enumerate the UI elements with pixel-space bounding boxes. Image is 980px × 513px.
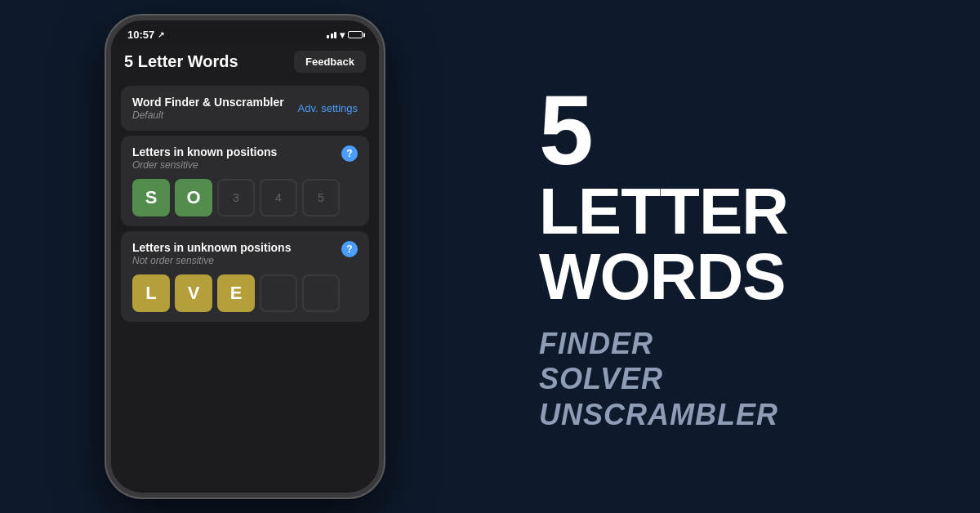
tile-l[interactable]: L: [132, 274, 170, 312]
phone-frame: 10:57 ↗ ▾ 5 Letter Words Feedback: [106, 16, 384, 497]
phone-notch: [192, 20, 298, 40]
known-positions-subtitle: Order sensitive: [132, 159, 277, 171]
status-icons: ▾: [327, 29, 363, 41]
known-positions-header: Letters in known positions Order sensiti…: [132, 145, 358, 171]
signal-icon: [327, 32, 336, 38]
nav-title: 5 Letter Words: [124, 52, 238, 71]
tile-empty-2[interactable]: [302, 274, 340, 312]
known-positions-left: Letters in known positions Order sensiti…: [132, 145, 277, 171]
word-finder-card-row: Word Finder & Unscrambler Default Adv. s…: [132, 96, 358, 121]
known-positions-title: Letters in known positions: [132, 145, 277, 158]
unknown-positions-help-icon[interactable]: ?: [341, 241, 358, 257]
big-word-words: WORDS: [539, 244, 931, 310]
big-word-letter: LETTER: [539, 179, 931, 244]
tile-s[interactable]: S: [132, 179, 170, 216]
word-finder-left: Word Finder & Unscrambler Default: [132, 96, 284, 121]
unknown-positions-left: Letters in unknown positions Not order s…: [132, 241, 291, 266]
word-finder-subtitle: Default: [132, 109, 284, 121]
feedback-button[interactable]: Feedback: [294, 51, 366, 73]
tagline-solver: SOLVER: [539, 361, 931, 396]
tile-v[interactable]: V: [175, 274, 212, 312]
word-finder-card: Word Finder & Unscrambler Default Adv. s…: [121, 86, 369, 131]
tile-o[interactable]: O: [175, 179, 212, 216]
unknown-positions-tiles: L V E: [132, 274, 358, 312]
unknown-positions-subtitle: Not order sensitive: [132, 255, 291, 266]
known-positions-card: Letters in known positions Order sensiti…: [121, 136, 369, 226]
tile-3[interactable]: 3: [217, 179, 255, 216]
unknown-positions-card: Letters in unknown positions Not order s…: [121, 231, 369, 322]
tile-5[interactable]: 5: [302, 179, 340, 216]
wifi-icon: ▾: [340, 29, 345, 41]
phone-section: 10:57 ↗ ▾ 5 Letter Words Feedback: [0, 0, 490, 513]
unknown-positions-title: Letters in unknown positions: [132, 241, 291, 254]
tagline-finder: FINDER: [539, 326, 931, 361]
right-panel: 5 LETTER WORDS FINDER SOLVER UNSCRAMBLER: [506, 0, 980, 513]
tile-4[interactable]: 4: [260, 179, 297, 216]
word-finder-title: Word Finder & Unscrambler: [132, 96, 284, 109]
tagline-unscrambler: UNSCRAMBLER: [539, 397, 931, 432]
tagline: FINDER SOLVER UNSCRAMBLER: [539, 326, 931, 432]
tile-e[interactable]: E: [217, 274, 255, 312]
known-positions-tiles: S O 3 4 5: [132, 179, 358, 216]
big-number: 5: [539, 81, 931, 179]
tile-empty-1[interactable]: [260, 274, 297, 312]
adv-settings-link[interactable]: Adv. settings: [298, 102, 358, 114]
unknown-positions-header: Letters in unknown positions Not order s…: [132, 241, 358, 266]
nav-bar: 5 Letter Words Feedback: [111, 44, 379, 81]
location-icon: ↗: [158, 30, 164, 39]
status-time: 10:57: [127, 29, 154, 41]
battery-icon: [348, 31, 363, 38]
screen-content: 5 Letter Words Feedback Word Finder & Un…: [111, 44, 379, 490]
known-positions-help-icon[interactable]: ?: [341, 145, 358, 162]
